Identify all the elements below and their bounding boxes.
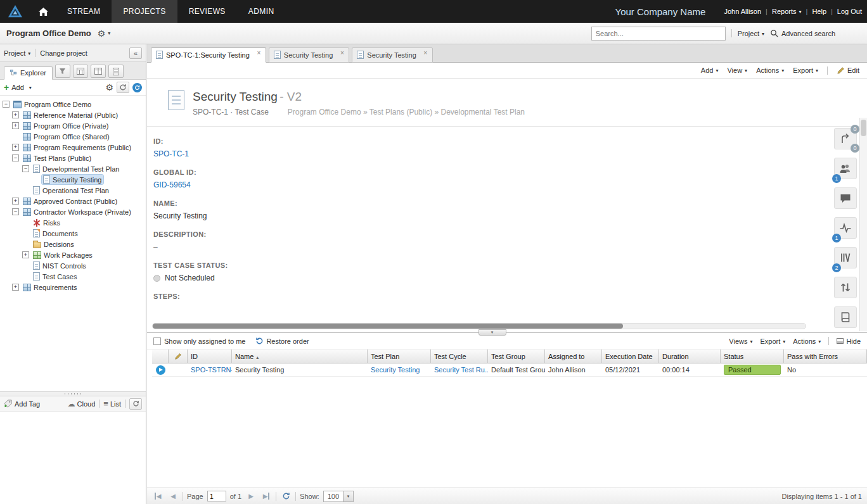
tab-security-testing-2[interactable]: Security Testing xyxy=(269,47,349,63)
test-run-row[interactable]: SPO-TSTRN-1 Security Testing Security Te… xyxy=(152,363,867,377)
tree-item-decisions[interactable]: Decisions xyxy=(0,239,146,249)
activity-button[interactable]: 1 xyxy=(834,217,857,239)
export-dropdown[interactable]: Export xyxy=(793,66,818,74)
add-tag-button[interactable]: Add Tag xyxy=(4,400,40,408)
add-dropdown[interactable]: Add xyxy=(701,66,719,74)
close-icon[interactable] xyxy=(338,50,345,57)
connected-users-button[interactable]: 1 xyxy=(834,158,857,179)
close-icon[interactable] xyxy=(422,50,429,57)
tree-item-program-requirements[interactable]: Program Requirements (Public) xyxy=(0,142,146,153)
last-page-button[interactable] xyxy=(260,491,272,502)
export-dropdown[interactable]: Export xyxy=(760,337,785,345)
first-page-button[interactable] xyxy=(152,491,164,502)
expand-node-icon[interactable] xyxy=(12,284,19,291)
user-name[interactable]: John Allison xyxy=(724,8,761,15)
reports-menu[interactable]: Reports xyxy=(772,8,802,15)
column-header-run[interactable] xyxy=(152,350,169,363)
tree-item-approved-contract[interactable]: Approved Contract (Public) xyxy=(0,196,146,206)
view-dropdown[interactable]: View xyxy=(727,66,747,74)
collapse-node-icon[interactable] xyxy=(3,101,10,108)
column-header-duration[interactable]: Duration xyxy=(659,350,721,363)
tab-spo-tc-1-security-testing[interactable]: SPO-TC-1:Security Testing xyxy=(151,47,266,63)
tree-item-program-office-private[interactable]: Program Office (Private) xyxy=(0,120,146,131)
next-page-button[interactable] xyxy=(245,491,257,502)
nav-item-reviews[interactable]: REVIEWS xyxy=(177,0,237,23)
test-run-id-link[interactable]: SPO-TSTRN-1 xyxy=(191,366,232,374)
cloud-view-button[interactable]: Cloud xyxy=(68,400,96,408)
sidebar-splitter[interactable] xyxy=(0,391,146,396)
sync-items-button[interactable] xyxy=(834,277,857,298)
expand-node-icon[interactable] xyxy=(12,144,19,151)
sync-status-icon[interactable] xyxy=(132,83,142,92)
vertical-scrollbar[interactable] xyxy=(859,118,867,331)
column-header-id[interactable]: ID xyxy=(188,350,232,363)
column-header-status[interactable]: Status xyxy=(721,350,784,363)
column-header-name[interactable]: Name xyxy=(232,350,368,363)
advanced-search-link[interactable]: Advanced search xyxy=(770,29,835,37)
tree-item-test-plans[interactable]: Test Plans (Public) xyxy=(0,153,146,163)
tree-item-security-testing[interactable]: Security Testing xyxy=(0,174,146,185)
tree-item-documents[interactable]: Documents xyxy=(0,228,146,239)
scrollbar-thumb[interactable] xyxy=(153,324,623,329)
column-header-test-plan[interactable]: Test Plan xyxy=(368,350,431,363)
collapse-sidebar-button[interactable] xyxy=(129,47,142,59)
previous-page-button[interactable] xyxy=(167,491,179,502)
checkbox-icon[interactable] xyxy=(153,337,161,345)
refresh-tree-button[interactable] xyxy=(117,82,129,93)
collapse-node-icon[interactable] xyxy=(12,154,19,161)
column-header-edit[interactable] xyxy=(169,350,188,363)
comments-button[interactable] xyxy=(834,187,857,209)
test-cycle-link[interactable]: Security Test Ru... xyxy=(434,366,488,374)
relationships-button[interactable]: 0 0 xyxy=(834,128,857,149)
project-settings-button[interactable] xyxy=(98,28,111,39)
expand-node-icon[interactable] xyxy=(22,251,29,258)
actions-dropdown[interactable]: Actions xyxy=(756,66,784,74)
tree-item-work-packages[interactable]: Work Packages xyxy=(0,249,146,260)
tree-item-risks[interactable]: Risks xyxy=(0,217,146,228)
test-plan-link[interactable]: Security Testing xyxy=(371,366,420,374)
change-project-button[interactable]: Change project xyxy=(40,49,87,57)
tree-item-program-office-shared[interactable]: Program Office (Shared) xyxy=(0,131,146,142)
nav-item-projects[interactable]: PROJECTS xyxy=(112,0,177,23)
restore-order-button[interactable]: Restore order xyxy=(255,337,309,345)
columns-view-button[interactable] xyxy=(91,65,106,78)
tree-item-developmental-test-plan[interactable]: Developmental Test Plan xyxy=(0,163,146,174)
hide-panel-button[interactable]: Hide xyxy=(837,337,861,345)
expand-node-icon[interactable] xyxy=(12,198,19,205)
tree-item-requirements[interactable]: Requirements xyxy=(0,282,146,293)
document-view-button[interactable] xyxy=(108,65,124,78)
close-icon[interactable] xyxy=(255,50,262,57)
column-header-pass-with-errors[interactable]: Pass with Errors xyxy=(784,350,867,363)
item-id-link[interactable]: SPO-TC-1 xyxy=(153,149,189,158)
versions-button[interactable]: 2 xyxy=(834,247,857,268)
help-link[interactable]: Help xyxy=(812,8,826,15)
horizontal-scrollbar[interactable] xyxy=(152,323,806,329)
project-dropdown[interactable]: Project xyxy=(4,49,30,57)
tab-explorer[interactable]: Explorer xyxy=(4,66,53,80)
expand-node-icon[interactable] xyxy=(12,111,19,118)
baselines-button[interactable] xyxy=(834,306,857,328)
column-header-assigned-to[interactable]: Assigned to xyxy=(545,350,602,363)
column-header-execution-date[interactable]: Execution Date xyxy=(602,350,659,363)
tree-item-operational-test-plan[interactable]: Operational Test Plan xyxy=(0,185,146,196)
grid-view-button[interactable] xyxy=(73,65,88,78)
chevron-down-icon[interactable] xyxy=(343,491,353,501)
refresh-tags-button[interactable] xyxy=(129,398,142,410)
views-dropdown[interactable]: Views xyxy=(729,337,752,345)
tree-item-program-office-demo[interactable]: Program Office Demo xyxy=(0,99,146,110)
collapse-bottom-panel-button[interactable] xyxy=(478,329,506,336)
tree-item-contractor-workspace[interactable]: Contractor Workspace (Private) xyxy=(0,206,146,217)
nav-item-stream[interactable]: STREAM xyxy=(56,0,112,23)
page-number-input[interactable] xyxy=(207,491,226,501)
tree-settings-gear-icon[interactable] xyxy=(105,82,113,92)
column-header-test-group[interactable]: Test Group xyxy=(488,350,545,363)
filter-button[interactable] xyxy=(55,65,70,78)
actions-dropdown[interactable]: Actions xyxy=(793,337,821,345)
run-test-play-button[interactable] xyxy=(156,365,165,375)
page-size-dropdown[interactable]: 100 xyxy=(323,491,354,502)
search-scope-dropdown[interactable]: Project xyxy=(738,30,764,37)
home-icon[interactable] xyxy=(30,0,56,23)
tab-security-testing-3[interactable]: Security Testing xyxy=(352,47,432,63)
list-view-button[interactable]: List xyxy=(103,399,121,408)
tree-item-test-cases[interactable]: Test Cases xyxy=(0,271,146,282)
